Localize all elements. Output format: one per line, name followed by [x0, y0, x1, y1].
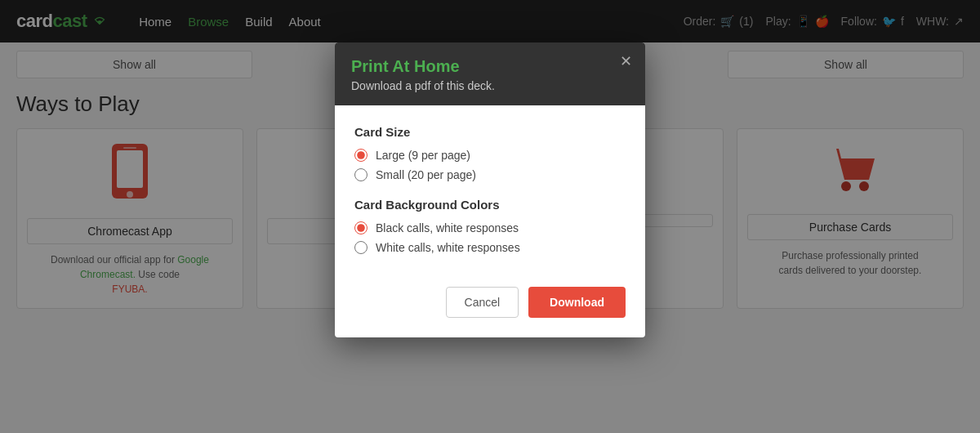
color-black-calls-label: Black calls, white responses: [376, 221, 519, 234]
color-white-calls-radio[interactable]: [354, 241, 368, 254]
modal-close-button[interactable]: ✕: [620, 54, 632, 69]
color-black-calls-radio[interactable]: [354, 221, 368, 234]
size-large-label: Large (9 per page): [376, 149, 470, 162]
bg-colors-label: Card Background Colors: [354, 198, 626, 212]
color-options-group: Black calls, white responses White calls…: [354, 221, 626, 254]
size-small-radio[interactable]: [354, 168, 368, 181]
color-white-calls-option[interactable]: White calls, white responses: [354, 241, 626, 254]
color-black-calls-option[interactable]: Black calls, white responses: [354, 221, 626, 234]
card-size-group: Large (9 per page) Small (20 per page): [354, 149, 626, 181]
size-small-option[interactable]: Small (20 per page): [354, 168, 626, 181]
modal-overlay: Print At Home Download a pdf of this dec…: [0, 0, 980, 433]
modal: Print At Home Download a pdf of this dec…: [335, 42, 645, 337]
modal-header: Print At Home Download a pdf of this dec…: [335, 42, 645, 105]
modal-subtitle: Download a pdf of this deck.: [351, 79, 629, 92]
card-size-label: Card Size: [354, 125, 626, 139]
size-large-radio[interactable]: [354, 149, 368, 162]
download-button[interactable]: Download: [528, 287, 626, 318]
size-small-label: Small (20 per page): [376, 168, 476, 181]
cancel-button[interactable]: Cancel: [446, 287, 519, 318]
modal-body: Card Size Large (9 per page) Small (20 p…: [335, 105, 645, 287]
color-white-calls-label: White calls, white responses: [376, 241, 520, 254]
size-large-option[interactable]: Large (9 per page): [354, 149, 626, 162]
modal-footer: Cancel Download: [335, 287, 645, 337]
modal-title: Print At Home: [351, 57, 629, 76]
